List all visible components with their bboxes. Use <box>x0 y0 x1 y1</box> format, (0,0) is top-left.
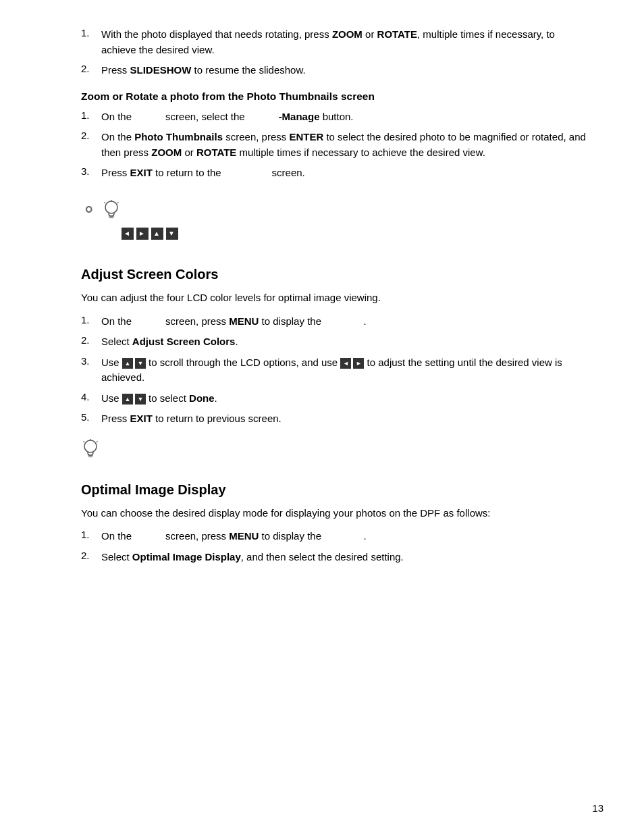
bold-zoom2: ZOOM <box>151 147 182 158</box>
bold-slideshow: SLIDESHOW <box>130 64 192 76</box>
up-arrow-btn: ▲ <box>151 228 163 240</box>
list-number: 2. <box>81 130 101 160</box>
svg-point-0 <box>105 201 117 213</box>
bold-exit2: EXIT <box>130 413 153 424</box>
list-item: 5. Press EXIT to return to previous scre… <box>81 411 590 427</box>
list-content: Press EXIT to return to the screen. <box>101 165 590 181</box>
list-item: 2. Select Adjust Screen Colors. <box>81 334 590 350</box>
down-arrow-btn: ▼ <box>166 228 178 240</box>
list-number: 5. <box>81 411 101 427</box>
page-number: 13 <box>592 802 603 814</box>
tip-icon-1: ⚬ <box>81 199 590 224</box>
bold-menu2: MENU <box>229 530 259 542</box>
bold-rotate: ROTATE <box>377 28 417 40</box>
bold-manage: -Manage <box>279 111 320 122</box>
list-content: On the screen, press MENU to display the… <box>101 314 590 330</box>
bold-menu1: MENU <box>229 315 259 327</box>
list-item: 4. Use ▲ ▼ to select Done. <box>81 391 590 407</box>
nav-arrows: ◄ ► ▲ ▼ <box>122 227 590 240</box>
list-item: 1. On the screen, press MENU to display … <box>81 314 590 330</box>
bold-optimal-image-display: Optimal Image Display <box>132 551 241 563</box>
adjust-colors-intro: You can adjust the four LCD color levels… <box>81 290 590 306</box>
bold-adjust-screen-colors: Adjust Screen Colors <box>132 336 236 347</box>
tip-section-2 <box>81 438 590 462</box>
down-arrow-inline2: ▼ <box>135 394 146 405</box>
lightbulb-icon-1 <box>102 199 121 223</box>
list-item: 1. On the screen, select the -Manage but… <box>81 109 590 125</box>
list-content: Select Adjust Screen Colors. <box>101 334 590 350</box>
bold-zoom: ZOOM <box>332 28 363 40</box>
list-item: 2. Select Optimal Image Display, and the… <box>81 550 590 565</box>
list-item: 3. Use ▲ ▼ to scroll through the LCD opt… <box>81 355 590 386</box>
list-number: 3. <box>81 355 101 386</box>
svg-line-10 <box>84 441 85 442</box>
list-number: 2. <box>81 63 101 78</box>
list-item: 1. On the screen, press MENU to display … <box>81 529 590 544</box>
tip-section-1: ⚬ ◄ ► ▲ ▼ <box>81 192 590 247</box>
list-content: Use ▲ ▼ to scroll through the LCD option… <box>101 355 590 386</box>
list-item: 3. Press EXIT to return to the screen. <box>81 165 590 181</box>
svg-point-6 <box>84 440 97 452</box>
zoom-rotate-list: 1. On the screen, select the -Manage but… <box>81 109 590 181</box>
list-content: On the screen, select the -Manage button… <box>101 109 590 125</box>
list-content: Press SLIDESHOW to resume the slideshow. <box>101 63 590 78</box>
svg-line-11 <box>97 441 98 442</box>
bold-enter: ENTER <box>289 131 323 142</box>
bold-exit: EXIT <box>130 167 153 178</box>
svg-line-4 <box>104 203 105 204</box>
svg-line-5 <box>117 203 119 204</box>
list-content: Use ▲ ▼ to select Done. <box>101 391 590 407</box>
list-number: 4. <box>81 391 101 407</box>
up-arrow-inline2: ▲ <box>122 394 133 405</box>
adjust-colors-section: Adjust Screen Colors You can adjust the … <box>81 267 590 427</box>
bold-rotate2: ROTATE <box>196 147 236 158</box>
list-item: 2. Press SLIDESHOW to resume the slidesh… <box>81 63 590 78</box>
bold-photo-thumbnails: Photo Thumbnails <box>134 131 223 142</box>
right-arrow-inline: ► <box>353 358 364 369</box>
left-arrow-btn: ◄ <box>122 228 134 240</box>
left-arrow-inline: ◄ <box>340 358 351 369</box>
list-number: 1. <box>81 109 101 125</box>
top-list: 1. With the photo displayed that needs r… <box>81 27 590 78</box>
optimal-image-section: Optimal Image Display You can choose the… <box>81 482 590 565</box>
list-number: 2. <box>81 550 101 565</box>
list-item: 1. With the photo displayed that needs r… <box>81 27 590 57</box>
list-content: On the Photo Thumbnails screen, press EN… <box>101 130 590 160</box>
optimal-image-intro: You can choose the desired display mode … <box>81 506 590 521</box>
list-number: 1. <box>81 27 101 57</box>
list-number: 3. <box>81 165 101 181</box>
right-arrow-btn: ► <box>136 228 149 240</box>
optimal-image-heading: Optimal Image Display <box>81 482 590 498</box>
up-arrow-inline: ▲ <box>122 358 133 369</box>
list-content: With the photo displayed that needs rota… <box>101 27 590 57</box>
list-number: 1. <box>81 529 101 544</box>
list-item: 2. On the Photo Thumbnails screen, press… <box>81 130 590 160</box>
adjust-colors-heading: Adjust Screen Colors <box>81 267 590 282</box>
bold-done: Done <box>189 392 215 404</box>
adjust-colors-list: 1. On the screen, press MENU to display … <box>81 314 590 427</box>
lightbulb-icon-2 <box>81 438 100 462</box>
optimal-image-list: 1. On the screen, press MENU to display … <box>81 529 590 565</box>
list-content: Select Optimal Image Display, and then s… <box>101 550 590 565</box>
zoom-rotate-heading: Zoom or Rotate a photo from the Photo Th… <box>81 90 590 103</box>
down-arrow-inline: ▼ <box>135 358 146 369</box>
list-content: On the screen, press MENU to display the… <box>101 529 590 544</box>
list-content: Press EXIT to return to previous screen. <box>101 411 590 427</box>
list-number: 2. <box>81 334 101 350</box>
list-number: 1. <box>81 314 101 330</box>
